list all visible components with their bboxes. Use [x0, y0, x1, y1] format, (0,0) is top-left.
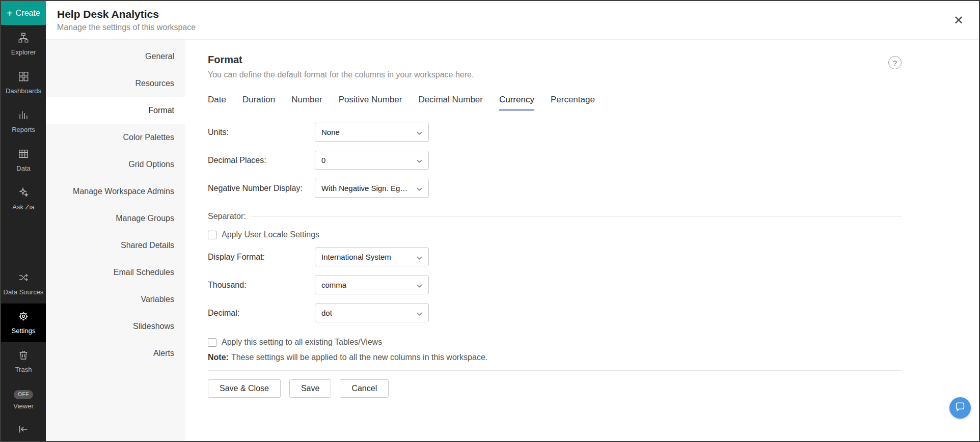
note-label: Note:: [208, 353, 229, 362]
decimal-places-row: Decimal Places: 0: [208, 151, 902, 170]
sidebar-item-reports[interactable]: Reports: [1, 102, 46, 141]
sidebar-item-ask-zia[interactable]: Ask Zia: [1, 180, 46, 218]
settings-nav-item-slideshows[interactable]: Slideshows: [46, 313, 185, 340]
help-icon[interactable]: ?: [888, 56, 902, 69]
settings-nav-item-resources[interactable]: Resources: [46, 70, 185, 97]
settings-nav-item-general[interactable]: General: [46, 43, 185, 70]
tab-date[interactable]: Date: [208, 95, 226, 110]
sidebar-item-label: Reports: [12, 126, 35, 134]
sidebar-bottom-group: Data Sources Settings Trash OFF Viewer: [1, 265, 46, 441]
sidebar-item-trash[interactable]: Trash: [1, 342, 46, 381]
separator-section: Separator:: [208, 212, 902, 221]
sidebar-item-settings[interactable]: Settings: [1, 303, 46, 342]
decimal-select[interactable]: dot: [315, 303, 429, 322]
display-format-select[interactable]: International System: [315, 247, 429, 266]
sidebar-item-label: Trash: [15, 366, 32, 374]
settings-nav-item-email-schedules[interactable]: Email Schedules: [46, 259, 185, 286]
data-icon: [18, 148, 29, 161]
cancel-button[interactable]: Cancel: [340, 379, 389, 398]
display-format-row: Display Format: International System: [208, 247, 902, 266]
workspace-settings-window: + Create Explorer Dashboards Reports: [0, 0, 980, 442]
thousand-select[interactable]: comma: [315, 275, 429, 294]
sidebar-item-dashboards[interactable]: Dashboards: [1, 64, 46, 102]
note-body: These settings will be applied to all th…: [231, 353, 487, 362]
settings-icon: [18, 311, 29, 324]
currency-format-form: Units: None Decimal Places: 0: [208, 123, 902, 398]
display-format-selected-value: International System: [321, 253, 391, 261]
workspace-titles: Help Desk Analytics Manage the settings …: [57, 8, 196, 32]
ask-zia-icon: [18, 187, 29, 200]
sidebar-item-data[interactable]: Data: [1, 141, 46, 180]
settings-nav-item-color-palettes[interactable]: Color Palettes: [46, 124, 185, 151]
apply-user-locale-checkbox[interactable]: [208, 231, 216, 239]
decimal-places-label: Decimal Places:: [208, 156, 315, 165]
tab-decimal-number[interactable]: Decimal Number: [418, 95, 483, 110]
separator-line: [252, 216, 902, 217]
tab-number[interactable]: Number: [291, 95, 322, 110]
tab-percentage[interactable]: Percentage: [551, 95, 595, 110]
units-label: Units:: [208, 128, 315, 137]
settings-nav-item-manage-workspace-admins[interactable]: Manage Workspace Admins: [46, 178, 185, 205]
main-column: Help Desk Analytics Manage the settings …: [46, 1, 979, 441]
decimal-row: Decimal: dot: [208, 303, 902, 322]
save-button[interactable]: Save: [289, 379, 331, 398]
settings-nav-item-shared-details[interactable]: Shared Details: [46, 232, 185, 259]
apply-user-locale-row: Apply User Locale Settings: [208, 230, 902, 239]
sidebar-item-label: Data Sources: [4, 289, 44, 296]
sidebar-item-explorer[interactable]: Explorer: [1, 25, 46, 64]
settings-nav-item-manage-groups[interactable]: Manage Groups: [46, 205, 185, 232]
workspace-header: Help Desk Analytics Manage the settings …: [46, 1, 979, 40]
apply-user-locale-label[interactable]: Apply User Locale Settings: [222, 230, 319, 239]
create-button[interactable]: + Create: [1, 1, 46, 25]
format-panel-header: Format You can define the default format…: [208, 54, 902, 79]
tab-duration[interactable]: Duration: [242, 95, 275, 110]
sidebar-item-label: Viewer: [13, 403, 34, 410]
decimal-places-select[interactable]: 0: [315, 151, 429, 170]
sidebar-item-label: Settings: [12, 327, 36, 335]
app-sidebar: + Create Explorer Dashboards Reports: [1, 1, 46, 441]
decimal-places-selected-value: 0: [321, 156, 325, 164]
negative-number-display-row: Negative Number Display: With Negative S…: [208, 179, 902, 198]
settings-nav-item-variables[interactable]: Variables: [46, 286, 185, 313]
sidebar-item-viewer[interactable]: OFF Viewer: [1, 381, 46, 420]
chevron-down-icon: [417, 281, 422, 289]
decimal-selected-value: dot: [321, 309, 332, 317]
page-title: Help Desk Analytics: [57, 8, 196, 20]
sidebar-collapse-button[interactable]: [1, 420, 46, 441]
settings-nav-item-format[interactable]: Format: [46, 97, 185, 124]
tab-positive-number[interactable]: Positive Number: [339, 95, 402, 110]
form-divider: [208, 370, 902, 371]
section-description: You can define the default format for th…: [208, 70, 474, 79]
trash-icon: [18, 349, 29, 363]
sidebar-item-label: Explorer: [11, 49, 36, 57]
thousand-label: Thousand:: [208, 281, 315, 290]
sidebar-item-data-sources[interactable]: Data Sources: [1, 265, 46, 303]
reports-icon: [18, 109, 29, 123]
chevron-down-icon: [417, 309, 422, 317]
create-button-label: Create: [16, 9, 40, 18]
apply-all-checkbox[interactable]: [208, 338, 216, 347]
note-text: Note:These settings will be applied to a…: [208, 353, 902, 362]
thousand-selected-value: comma: [321, 281, 346, 289]
save-and-close-button[interactable]: Save & Close: [208, 379, 281, 398]
settings-nav-item-grid-options[interactable]: Grid Options: [46, 151, 185, 178]
chevron-down-icon: [417, 128, 422, 136]
section-title: Format: [208, 54, 474, 66]
negative-number-display-select[interactable]: With Negative Sign. Eg: -...: [315, 179, 429, 198]
dashboards-icon: [18, 71, 29, 84]
data-sources-icon: [18, 272, 29, 285]
tab-currency[interactable]: Currency: [499, 95, 534, 110]
sidebar-item-label: Dashboards: [6, 88, 41, 95]
settings-nav-item-alerts[interactable]: Alerts: [46, 340, 185, 367]
format-panel: Format You can define the default format…: [185, 40, 979, 441]
thousand-row: Thousand: comma: [208, 275, 902, 294]
apply-all-label[interactable]: Apply this setting to all existing Table…: [222, 338, 382, 347]
units-select[interactable]: None: [315, 123, 429, 142]
viewer-off-toggle[interactable]: OFF: [14, 390, 33, 399]
units-row: Units: None: [208, 123, 902, 142]
action-buttons: Save & Close Save Cancel: [208, 379, 902, 398]
close-icon[interactable]: ✕: [951, 12, 966, 29]
chat-support-button[interactable]: [949, 397, 971, 419]
plus-icon: +: [7, 8, 13, 18]
units-selected-value: None: [321, 128, 340, 136]
